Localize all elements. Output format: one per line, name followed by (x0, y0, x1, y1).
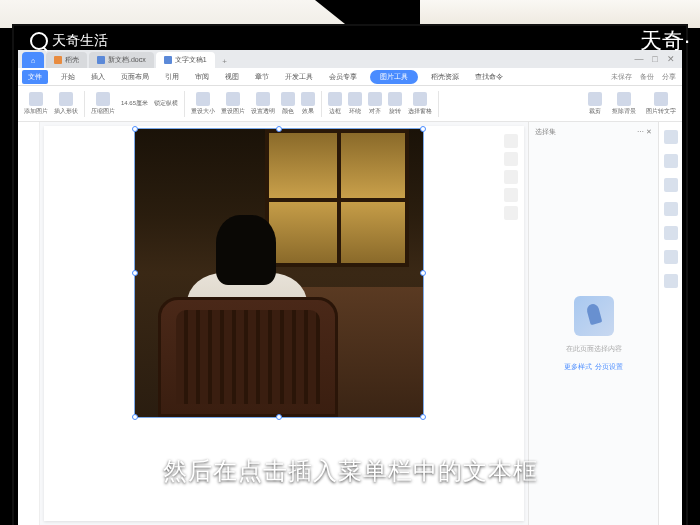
tab-docer[interactable]: 稻壳 (46, 52, 87, 68)
strip-icon-4[interactable] (664, 202, 678, 216)
panel-title: 选择集 (535, 127, 556, 137)
ribbon-ocr[interactable]: 图片转文字 (646, 92, 676, 116)
unsaved-indicator[interactable]: 未保存 (611, 72, 632, 82)
selected-image[interactable] (134, 128, 424, 418)
menu-docer-resource[interactable]: 稻壳资源 (428, 70, 462, 84)
strip-icon-5[interactable] (664, 226, 678, 240)
ribbon-crop[interactable]: 裁剪 (588, 92, 602, 116)
tab-bar: ⌂ 稻壳 新文档.docx 文字文稿1 + — □ ✕ (18, 50, 682, 68)
panel-hint-text: 在此页面选择内容 (566, 344, 622, 354)
shape-icon (59, 92, 73, 106)
wps-app-window: ⌂ 稻壳 新文档.docx 文字文稿1 + — □ ✕ 文件 开始 插入 页面布… (18, 50, 682, 525)
doc-icon (97, 56, 105, 64)
strip-icon-2[interactable] (664, 154, 678, 168)
scene-chair (158, 297, 338, 417)
strip-icon-3[interactable] (664, 178, 678, 192)
resize-handle-tl[interactable] (132, 126, 138, 132)
menubar-right: 未保存 备份 分享 (611, 72, 682, 82)
rotate-icon (388, 92, 402, 106)
ribbon-transparency[interactable]: 设置透明 (251, 92, 275, 116)
monitor-frame: ⌂ 稻壳 新文档.docx 文字文稿1 + — □ ✕ 文件 开始 插入 页面布… (12, 24, 688, 525)
ribbon-effects[interactable]: 效果 (301, 92, 315, 116)
float-tool-5[interactable] (504, 206, 518, 220)
menu-member[interactable]: 会员专享 (326, 70, 360, 84)
left-ruler (18, 122, 40, 525)
menu-chapter[interactable]: 章节 (252, 70, 272, 84)
menu-review[interactable]: 审阅 (192, 70, 212, 84)
menu-file[interactable]: 文件 (22, 70, 48, 84)
resize-handle-b[interactable] (276, 414, 282, 420)
ribbon-compress[interactable]: 压缩图片 (91, 92, 115, 116)
panel-link-styles[interactable]: 更多样式 (564, 363, 592, 370)
ribbon-align[interactable]: 对齐 (368, 92, 382, 116)
home-tab[interactable]: ⌂ (22, 52, 44, 68)
ribbon-color[interactable]: 颜色 (281, 92, 295, 116)
backup-button[interactable]: 备份 (640, 72, 654, 82)
ribbon-add-image[interactable]: 添加图片 (24, 92, 48, 116)
align-icon (368, 92, 382, 106)
tab-document-1[interactable]: 新文档.docx (89, 52, 154, 68)
panel-link-paging[interactable]: 分页设置 (595, 363, 623, 370)
panel-body: 在此页面选择内容 更多样式 分页设置 (529, 142, 658, 525)
wrap-icon (348, 92, 362, 106)
float-tool-2[interactable] (504, 152, 518, 166)
separator (84, 91, 85, 117)
panel-illustration (574, 296, 614, 336)
crop-icon (588, 92, 602, 106)
resize-handle-t[interactable] (276, 126, 282, 132)
tab-document-active[interactable]: 文字文稿1 (156, 52, 215, 68)
right-icon-strip (658, 122, 682, 525)
floating-image-toolbar (504, 134, 520, 220)
menu-reference[interactable]: 引用 (162, 70, 182, 84)
panel-close-icon[interactable]: ⋯ ✕ (637, 128, 652, 136)
removebg-icon (617, 92, 631, 106)
compress-icon (96, 92, 110, 106)
resize-handle-r[interactable] (420, 270, 426, 276)
scene-window (265, 129, 409, 267)
watermark-top-left: 天奇生活 (30, 32, 108, 50)
menu-bar: 文件 开始 插入 页面布局 引用 审阅 视图 章节 开发工具 会员专享 图片工具… (18, 68, 682, 86)
menu-insert[interactable]: 插入 (88, 70, 108, 84)
new-tab-button[interactable]: + (217, 54, 233, 68)
resize-handle-br[interactable] (420, 414, 426, 420)
ocr-icon (654, 92, 668, 106)
strip-icon-7[interactable] (664, 274, 678, 288)
strip-icon-6[interactable] (664, 250, 678, 264)
float-tool-4[interactable] (504, 188, 518, 202)
share-button[interactable]: 分享 (662, 72, 676, 82)
ribbon-insert-shape[interactable]: 插入形状 (54, 92, 78, 116)
menu-search[interactable]: 查找命令 (472, 70, 506, 84)
menu-devtools[interactable]: 开发工具 (282, 70, 316, 84)
ribbon-selection-pane[interactable]: 选择窗格 (408, 92, 432, 116)
ribbon-remove-bg[interactable]: 抠除背景 (612, 92, 636, 116)
ribbon-wrap[interactable]: 环绕 (348, 92, 362, 116)
resize-handle-l[interactable] (132, 270, 138, 276)
resize-handle-tr[interactable] (420, 126, 426, 132)
watermark-top-right: 天奇· (640, 26, 690, 56)
image-content (135, 129, 423, 417)
separator (184, 91, 185, 117)
ribbon-border[interactable]: 边框 (328, 92, 342, 116)
add-image-icon (29, 92, 43, 106)
ribbon-rotate[interactable]: 旋转 (388, 92, 402, 116)
resize-handle-bl[interactable] (132, 414, 138, 420)
video-subtitle: 然后在点击插入菜单栏中的文本框 (163, 455, 538, 487)
ribbon-reset-size[interactable]: 重设大小 (191, 92, 215, 116)
ribbon-lock-ratio[interactable]: 锁定纵横 (154, 99, 178, 108)
watermark-text: 天奇生活 (52, 32, 108, 50)
strip-icon-1[interactable] (664, 130, 678, 144)
menu-image-tools[interactable]: 图片工具 (370, 70, 418, 84)
float-tool-3[interactable] (504, 170, 518, 184)
menu-layout[interactable]: 页面布局 (118, 70, 152, 84)
reset-image-icon (226, 92, 240, 106)
ribbon-reset-image[interactable]: 重设图片 (221, 92, 245, 116)
docer-icon (54, 56, 62, 64)
scene-person-head (216, 215, 276, 285)
ribbon-right-group: 裁剪 抠除背景 图片转文字 (588, 92, 676, 116)
effects-icon (301, 92, 315, 106)
transparency-icon (256, 92, 270, 106)
ribbon-size[interactable]: 14.65厘米 (121, 99, 148, 108)
menu-view[interactable]: 视图 (222, 70, 242, 84)
menu-start[interactable]: 开始 (58, 70, 78, 84)
float-tool-1[interactable] (504, 134, 518, 148)
